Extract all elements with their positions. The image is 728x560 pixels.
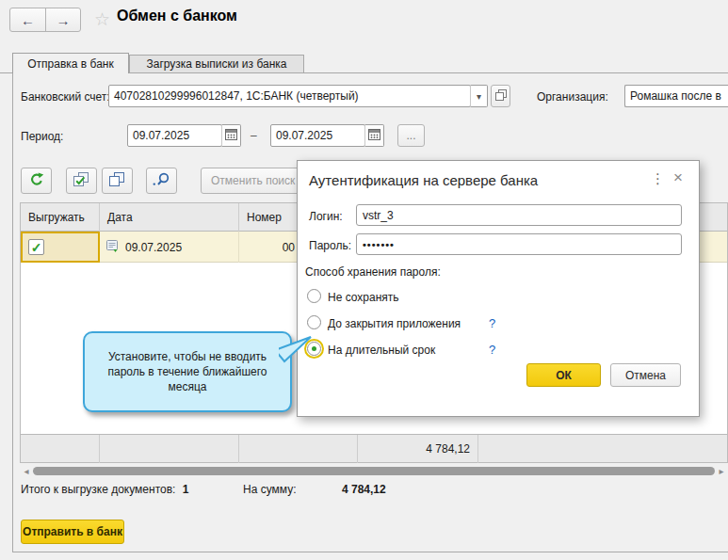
- period-dash: –: [251, 129, 257, 142]
- bank-account-input[interactable]: 40702810299996012847, 1С:БАНК (четвертый…: [108, 85, 471, 107]
- radio-do-not-save[interactable]: [307, 289, 321, 303]
- calendar-icon: [368, 128, 380, 143]
- scrollbar-thumb[interactable]: [33, 467, 715, 475]
- totals-cell: [100, 435, 239, 463]
- check-icon: ✓: [31, 240, 42, 255]
- period-more-button[interactable]: ...: [397, 124, 425, 147]
- scroll-left-icon[interactable]: ◂: [20, 466, 33, 476]
- tab-load-statement[interactable]: Загрузка выписки из банка: [129, 55, 304, 73]
- upload-cell[interactable]: ✓: [21, 232, 100, 263]
- back-button[interactable]: ←: [10, 8, 45, 31]
- table-totals-row: 4 784,12: [21, 434, 727, 462]
- pane-border: [12, 72, 13, 552]
- period-from-input[interactable]: 09.07.2025: [127, 124, 222, 147]
- help-long-term-link[interactable]: ?: [489, 343, 495, 357]
- total-docs-label: Итого к выгрузке документов: 1: [21, 483, 188, 496]
- dialog-title: Аутентификация на сервере банка: [309, 172, 538, 188]
- tab-send-to-bank[interactable]: Отправка в банк: [12, 53, 129, 73]
- check-all-button[interactable]: [66, 168, 97, 194]
- uncheck-all-icon: [109, 172, 125, 190]
- scroll-right-icon[interactable]: ▸: [715, 466, 728, 476]
- date-value: 09.07.2025: [125, 241, 182, 254]
- forward-arrow-icon: →: [57, 12, 71, 28]
- chevron-down-icon: ▾: [477, 91, 481, 102]
- page-title: Обмен с банком: [117, 8, 237, 24]
- date-cell[interactable]: 09.07.2025: [100, 232, 239, 263]
- bank-account-dropdown-button[interactable]: ▾: [470, 85, 488, 107]
- more-menu-icon[interactable]: ⋮: [651, 170, 665, 187]
- period-label: Период:: [21, 130, 63, 143]
- organization-input[interactable]: Ромашка после в: [624, 85, 728, 107]
- number-value: 00: [283, 241, 295, 254]
- refresh-button[interactable]: [21, 168, 52, 194]
- cancel-button[interactable]: Отмена: [610, 363, 681, 387]
- calendar-icon: [225, 128, 237, 143]
- radio-until-close-label: До закрытия приложения: [328, 317, 461, 330]
- password-input[interactable]: •••••••: [356, 233, 682, 255]
- total-docs-value: 1: [183, 483, 189, 496]
- total-docs-text: Итого к выгрузке документов:: [21, 483, 175, 496]
- radio-do-not-save-label: Не сохранять: [328, 291, 399, 304]
- period-from-calendar-button[interactable]: [221, 124, 241, 147]
- totals-cell: [21, 435, 100, 463]
- period-to-input[interactable]: 09.07.2025: [270, 124, 365, 147]
- organization-label: Организация:: [537, 90, 608, 104]
- login-label: Логин:: [309, 210, 343, 223]
- open-form-icon: [495, 89, 507, 104]
- column-header-date[interactable]: Дата: [100, 203, 239, 232]
- forward-button[interactable]: →: [45, 8, 80, 31]
- radio-until-close[interactable]: [307, 315, 321, 329]
- check-all-icon: [73, 172, 89, 190]
- totals-cell: [239, 435, 358, 463]
- column-header-upload[interactable]: Выгружать: [21, 203, 100, 232]
- close-icon[interactable]: ×: [673, 168, 683, 187]
- amount-label: На сумму:: [243, 483, 297, 496]
- ok-button[interactable]: ОК: [526, 363, 601, 387]
- radio-long-term-label: На длительный срок: [328, 344, 435, 357]
- hint-callout: Установите, чтобы не вводить пароль в те…: [83, 331, 292, 412]
- back-arrow-icon: ←: [21, 12, 35, 28]
- bank-exchange-window: ← → ☆ Обмен с банком Отправка в банк Заг…: [0, 0, 728, 560]
- document-icon: [105, 239, 120, 256]
- favorites-star-icon[interactable]: ☆: [94, 8, 110, 30]
- upload-checkbox[interactable]: ✓: [28, 239, 44, 255]
- uncheck-all-button[interactable]: [102, 168, 133, 194]
- storage-method-label: Способ хранения пароля:: [305, 265, 441, 279]
- bank-account-label: Банковский счет:: [21, 90, 110, 104]
- horizontal-scrollbar[interactable]: ◂ ▸: [20, 465, 728, 477]
- callout-arrow: [273, 329, 313, 367]
- help-until-close-link[interactable]: ?: [489, 316, 495, 330]
- search-icon: [153, 172, 170, 189]
- send-to-bank-button[interactable]: Отправить в банк: [21, 520, 124, 544]
- bank-account-open-button[interactable]: [491, 85, 510, 107]
- pane-border: [12, 552, 728, 552]
- search-button[interactable]: [146, 168, 177, 194]
- password-label: Пароль:: [309, 239, 351, 252]
- period-to-calendar-button[interactable]: [364, 124, 384, 147]
- login-input[interactable]: vstr_3: [356, 204, 682, 226]
- refresh-icon: [29, 172, 44, 190]
- totals-amount-cell: 4 784,12: [358, 435, 478, 463]
- amount-value: 4 784,12: [342, 483, 386, 496]
- authentication-dialog: Аутентификация на сервере банка ⋮ × Логи…: [297, 160, 700, 417]
- cancel-search-button[interactable]: Отменить поиск: [201, 168, 312, 194]
- history-nav: ← →: [9, 8, 81, 32]
